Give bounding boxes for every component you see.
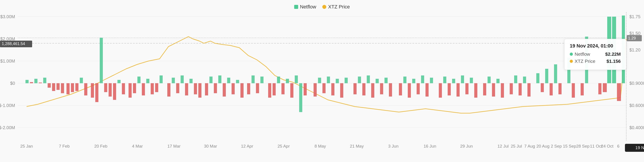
svg-rect-66 [290, 83, 294, 98]
left-hover-label: 1,288,461.54 [2, 42, 25, 46]
svg-rect-19 [66, 83, 70, 94]
svg-text:30 Mar: 30 Mar [204, 144, 217, 148]
svg-text:3 Jun: 3 Jun [388, 144, 398, 148]
svg-rect-121 [572, 83, 575, 98]
svg-rect-85 [384, 78, 388, 83]
svg-rect-105 [488, 77, 491, 83]
svg-rect-113 [528, 83, 530, 97]
svg-rect-44 [185, 83, 188, 95]
tooltip-xtz-value: $1.156 [606, 59, 621, 64]
svg-rect-69 [304, 83, 307, 95]
svg-rect-90 [412, 79, 415, 83]
svg-text:1.29: 1.29 [628, 36, 636, 40]
svg-text:20 Feb: 20 Feb [94, 144, 107, 148]
svg-rect-117 [550, 83, 553, 95]
svg-text:$3.00M: $3.00M [0, 14, 15, 19]
svg-text:16 Jun: 16 Jun [424, 144, 436, 148]
svg-rect-70 [314, 83, 317, 97]
svg-text:7 Feb: 7 Feb [59, 144, 70, 148]
svg-rect-15 [48, 83, 51, 88]
svg-rect-107 [496, 79, 500, 83]
svg-text:28 Sep: 28 Sep [576, 144, 590, 148]
svg-rect-59 [256, 83, 259, 93]
svg-rect-124 [598, 83, 602, 94]
svg-rect-57 [247, 83, 250, 94]
svg-rect-41 [172, 78, 175, 83]
svg-rect-11 [30, 82, 33, 83]
svg-text:29 Jun: 29 Jun [460, 144, 473, 148]
svg-rect-18 [61, 83, 64, 93]
svg-rect-49 [210, 77, 212, 83]
svg-text:19 Nov 2024, 01:00: 19 Nov 2024, 01:00 [635, 145, 644, 150]
svg-rect-62 [272, 83, 276, 95]
svg-rect-34 [138, 77, 140, 83]
svg-rect-31 [122, 83, 125, 94]
svg-text:$1.75: $1.75 [629, 14, 640, 19]
svg-rect-73 [327, 77, 330, 83]
svg-text:11 Oct: 11 Oct [590, 144, 602, 148]
svg-rect-14 [43, 78, 46, 83]
tooltip-netflow-dot [570, 53, 573, 56]
svg-rect-60 [260, 77, 264, 83]
svg-rect-93 [426, 83, 428, 97]
svg-rect-67 [295, 75, 298, 83]
svg-rect-47 [198, 83, 202, 98]
tooltip-xtz-text: XTZ Price [575, 59, 595, 64]
svg-rect-45 [190, 79, 192, 83]
svg-rect-63 [277, 77, 280, 83]
svg-text:25 Jul: 25 Jul [511, 144, 522, 148]
svg-rect-104 [483, 83, 486, 95]
svg-text:12 Apr: 12 Apr [241, 144, 254, 148]
svg-rect-80 [362, 83, 366, 95]
svg-rect-77 [344, 78, 348, 83]
svg-rect-43 [180, 75, 184, 83]
svg-rect-56 [240, 83, 244, 98]
svg-text:24 Oct: 24 Oct [601, 144, 614, 148]
svg-rect-58 [252, 75, 255, 83]
svg-rect-92 [421, 75, 424, 83]
svg-rect-97 [448, 83, 451, 95]
svg-text:$1.50: $1.50 [629, 31, 640, 36]
svg-rect-86 [389, 83, 392, 97]
svg-rect-82 [371, 83, 374, 98]
svg-rect-79 [358, 77, 361, 83]
tooltip-netflow-row: Netflow $2.22M [570, 52, 621, 57]
svg-text:4 Mar: 4 Mar [132, 144, 143, 148]
svg-rect-91 [417, 83, 420, 94]
svg-rect-81 [367, 75, 370, 83]
svg-rect-108 [501, 83, 504, 98]
svg-rect-37 [151, 83, 154, 94]
svg-rect-12 [34, 79, 38, 83]
svg-text:$-1.00M: $-1.00M [0, 103, 15, 108]
svg-rect-33 [133, 83, 136, 93]
svg-rect-53 [227, 78, 230, 83]
tooltip-xtz-dot [570, 60, 573, 63]
svg-rect-110 [514, 75, 517, 83]
svg-rect-89 [408, 83, 411, 98]
svg-rect-54 [232, 83, 235, 94]
svg-rect-125 [603, 83, 607, 92]
svg-rect-68 [299, 83, 302, 112]
svg-rect-22 [80, 78, 83, 83]
svg-rect-32 [128, 83, 132, 98]
svg-rect-76 [340, 83, 343, 98]
tooltip-netflow-value: $2.22M [605, 52, 621, 57]
svg-rect-100 [461, 75, 464, 83]
svg-rect-51 [218, 75, 222, 83]
svg-rect-25 [95, 83, 98, 102]
svg-rect-114 [536, 73, 540, 83]
svg-text:6: 6 [617, 144, 620, 148]
svg-rect-74 [331, 83, 334, 95]
svg-rect-106 [492, 83, 495, 97]
svg-rect-116 [545, 69, 548, 83]
svg-rect-78 [354, 83, 356, 94]
svg-rect-50 [214, 83, 217, 93]
svg-text:$-2.00M: $-2.00M [0, 125, 15, 130]
svg-text:7 Aug: 7 Aug [524, 144, 535, 148]
svg-rect-20 [71, 83, 74, 92]
svg-rect-84 [380, 83, 383, 94]
svg-rect-26 [100, 38, 103, 83]
svg-rect-42 [176, 83, 179, 93]
svg-text:$0.9000: $0.9000 [629, 81, 644, 86]
svg-rect-55 [236, 80, 239, 83]
